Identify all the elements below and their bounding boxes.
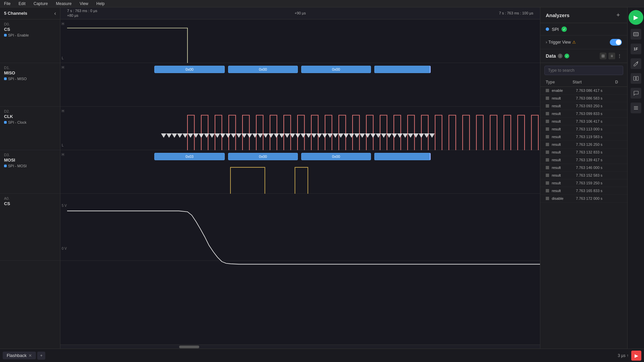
data-row[interactable]: result 7.763 152 583 s [540,172,627,179]
svg-marker-22 [279,133,284,138]
edit-icon[interactable] [631,58,641,69]
channel-tag-miso[interactable]: SPI - MISO [4,77,56,81]
channel-id-d3: D3. [4,153,56,157]
data-info-icon[interactable]: i [558,54,562,58]
svg-marker-5 [188,133,193,138]
grid-view-button[interactable]: ⊞ [600,53,606,59]
badge-1f-icon[interactable]: 1F [631,44,641,54]
data-row[interactable]: result 7.763 106 417 s [540,118,627,125]
data-row[interactable]: result 7.763 159 250 s [540,179,627,187]
time-left-offset: +80 µs [67,13,78,17]
row-start: 7.763 086 417 s [576,88,622,93]
row-indicator [546,135,549,138]
row-type: result [552,96,576,100]
channel-item-mosi: D3. MOSI SPI - MOSI [0,150,60,194]
svg-marker-26 [301,133,306,138]
waveform-icon[interactable] [631,29,641,40]
channel-tag-clk[interactable]: SPI - Clock [4,120,56,124]
data-row[interactable]: result 7.763 132 833 s [540,148,627,156]
svg-marker-10 [215,133,220,138]
channel-name-cs: CS [4,27,56,32]
row-type: enable [552,88,576,93]
far-right-panel: ▶ 1F [627,7,644,349]
trigger-view-row[interactable]: › Trigger View ⚠ [540,36,627,49]
data-row[interactable]: enable 7.763 086 417 s [540,87,627,95]
menu-icon[interactable] [631,103,641,113]
svg-marker-8 [204,133,209,138]
col-header-d: D [615,80,622,84]
row-indicator [546,189,549,192]
collapse-icon[interactable]: ‹ [54,10,56,16]
channel-item-cs-d0: D0. CS SPI - Enable [0,19,60,63]
row-type: result [552,127,576,131]
waveform-scrollbar[interactable] [60,345,540,349]
data-header: Data i ✓ ⊞ ≡ ⋮ [540,49,627,63]
channel-id-a0: A0. [4,196,56,200]
menu-file[interactable]: File [3,1,12,7]
miso-h-label: H [62,66,64,69]
menu-edit[interactable]: Edit [17,1,27,7]
data-row[interactable]: result 7.763 146 000 s [540,164,627,172]
time-ruler: 7 s : 763 ms : 0 µs +80 µs +90 µs 7 s : … [60,7,540,19]
bottom-right: 3 µs ↑ ▶ [618,351,641,361]
menu-capture[interactable]: Capture [32,1,49,7]
tab-flashback[interactable]: Flashback ✕ [3,352,36,359]
svg-rect-52 [634,33,638,35]
svg-marker-9 [209,133,215,138]
data-title-row: Data i ✓ [546,53,569,59]
row-indicator [546,120,549,123]
add-analyzer-button[interactable]: + [614,11,622,19]
data-icons: ⊞ ≡ ⋮ [600,53,622,59]
menu-help[interactable]: Help [95,1,106,7]
svg-marker-23 [284,133,290,138]
analyzer-item-spi[interactable]: SPI ✓ [540,23,627,36]
svg-marker-42 [386,133,392,138]
channel-tag-mosi[interactable]: SPI - MOSI [4,164,56,168]
list-view-button[interactable]: ≡ [608,53,615,59]
data-row[interactable]: disable 7.763 172 000 s [540,195,627,202]
warn-icon: ⚠ [572,40,576,45]
stop-button[interactable]: ▶ [631,351,641,361]
row-indicator [546,150,549,154]
svg-marker-48 [419,133,424,138]
menu-view[interactable]: View [78,1,90,7]
compare-icon[interactable] [631,73,641,84]
data-row[interactable]: result 7.763 126 250 s [540,141,627,148]
row-indicator [546,143,549,146]
tab-close-button[interactable]: ✕ [29,353,32,358]
svg-marker-44 [397,133,402,138]
data-row[interactable]: result 7.763 119 583 s [540,133,627,141]
row-type: result [552,158,576,162]
chat-icon[interactable] [631,88,641,99]
tab-add-button[interactable]: + [37,352,45,360]
row-start: 7.763 146 000 s [576,166,622,170]
channel-name-miso: MISO [4,70,56,75]
status-text: 3 µs ↑ [618,353,629,358]
svg-marker-38 [365,133,370,138]
col-header-type: Type [546,80,573,84]
data-row[interactable]: result 7.763 165 833 s [540,187,627,195]
svg-marker-14 [236,133,241,138]
trigger-view-toggle[interactable] [610,39,622,46]
col-header-start: Start [573,80,615,84]
data-menu-icon[interactable]: ⋮ [617,53,622,59]
mosi-tag-dot [4,165,7,167]
svg-marker-41 [381,133,386,138]
channel-name-mosi: MOSI [4,158,56,163]
row-start: 7.763 099 833 s [576,112,622,116]
scrollbar-thumb[interactable] [179,346,199,348]
data-row[interactable]: result 7.763 113 000 s [540,125,627,133]
row-type: result [552,135,576,139]
data-status-icon: ✓ [565,54,569,58]
row-start: 7.763 113 000 s [576,127,622,131]
svg-marker-13 [231,133,236,138]
search-input[interactable] [544,66,623,75]
run-button[interactable]: ▶ [629,10,643,25]
row-start: 7.763 152 583 s [576,173,622,177]
menu-measure[interactable]: Measure [55,1,73,7]
data-row[interactable]: result 7.763 139 417 s [540,156,627,164]
data-row[interactable]: result 7.763 086 583 s [540,95,627,102]
channel-tag-cs[interactable]: SPI - Enable [4,33,56,37]
data-row[interactable]: result 7.763 093 250 s [540,102,627,110]
data-row[interactable]: result 7.763 099 833 s [540,110,627,118]
